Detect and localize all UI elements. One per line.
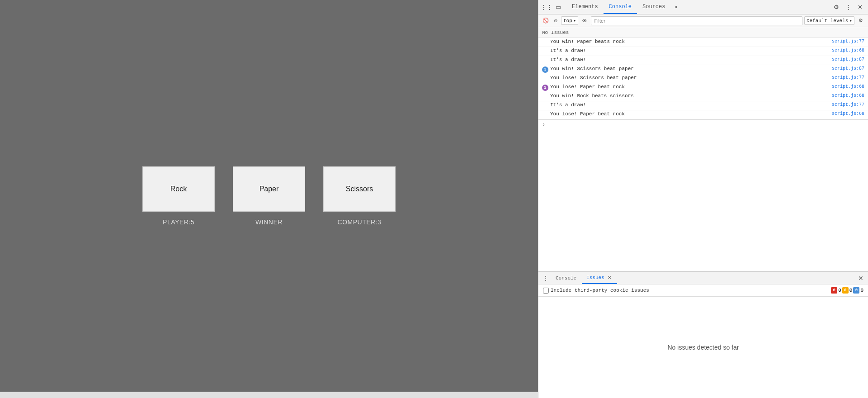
log-badge-empty: [542, 112, 548, 118]
third-party-cookie-checkbox-label[interactable]: Include third-party cookie issues: [543, 288, 649, 294]
tab-sources[interactable]: Sources: [637, 0, 670, 14]
log-link[interactable]: script.js:77: [832, 39, 864, 44]
paper-card[interactable]: Paper: [233, 166, 305, 212]
log-badge-empty: [542, 76, 548, 82]
bottom-tab-issues[interactable]: Issues ✕: [582, 272, 617, 284]
log-entry: You lose! Paper beat rockscript.js:68: [538, 110, 868, 119]
log-text: It's a draw!: [550, 57, 830, 62]
tab-more[interactable]: »: [670, 0, 681, 14]
paper-card-wrapper: Paper WINNER: [233, 166, 305, 226]
log-entry: You win! Paper beats rockscript.js:77: [538, 38, 868, 47]
winner-label: WINNER: [255, 218, 283, 226]
default-levels-arrow: ▾: [849, 18, 852, 24]
log-link[interactable]: script.js:68: [832, 48, 864, 53]
console-input[interactable]: [548, 122, 864, 128]
log-text: You win! Paper beats rock: [550, 39, 830, 44]
log-entry: It's a draw!script.js:68: [538, 47, 868, 56]
bottom-tab-console[interactable]: Console: [551, 272, 581, 284]
blue-count-text: 0: [860, 288, 863, 293]
prompt-chevron-icon: ›: [542, 122, 545, 128]
red-count-text: 0: [838, 288, 841, 293]
rock-card-wrapper: Rock PLAYER:5: [142, 166, 215, 226]
log-link[interactable]: script.js:77: [832, 75, 864, 80]
close-bottom-panel-icon[interactable]: ✕: [856, 274, 865, 283]
cards-container: Rock PLAYER:5 Paper WINNER Scissors COMP…: [142, 166, 396, 226]
console-log-area[interactable]: You win! Paper beats rockscript.js:77It'…: [538, 38, 868, 271]
log-text: You lose! Paper beat rock: [550, 84, 830, 90]
log-entry: 3You win! Scissors beat paperscript.js:8…: [538, 65, 868, 74]
log-badge-empty: [542, 48, 548, 55]
scissors-label: Scissors: [346, 185, 373, 193]
settings-gear-icon[interactable]: ⚙: [831, 2, 842, 13]
log-entry: You lose! Scissors beat paperscript.js:7…: [538, 74, 868, 83]
log-link[interactable]: script.js:68: [832, 111, 864, 116]
console-input-row: ›: [538, 119, 868, 129]
log-link[interactable]: script.js:87: [832, 57, 864, 62]
yellow-count-badge: 0: [842, 287, 849, 294]
log-badge: 2: [542, 85, 548, 91]
log-text: It's a draw!: [550, 48, 830, 53]
bottom-panel: ⋮ Console Issues ✕ ✕ Include third-party…: [538, 271, 868, 398]
issues-count-container: 0 0 0 0 0 0: [831, 287, 863, 294]
devtools-top-toolbar: ⋮⋮ ▭ Elements Console Sources » ⚙ ⋮ ✕: [538, 0, 868, 14]
rock-card[interactable]: Rock: [142, 166, 215, 212]
log-text: You win! Rock beats scissors: [550, 93, 830, 99]
log-entries-container: You win! Paper beats rockscript.js:77It'…: [538, 38, 868, 119]
top-dropdown[interactable]: top ▾: [561, 16, 578, 25]
game-area: Rock PLAYER:5 Paper WINNER Scissors COMP…: [0, 0, 538, 398]
bottom-more-icon[interactable]: ⋮: [541, 274, 550, 283]
scissors-card-wrapper: Scissors COMPUTER:3: [323, 166, 396, 226]
third-party-cookie-checkbox[interactable]: [543, 288, 549, 294]
eye-icon[interactable]: 👁: [580, 16, 589, 25]
log-badge-empty: [542, 103, 548, 109]
no-issues-detected-text: No issues detected so far: [668, 344, 739, 351]
dock-icon[interactable]: ⋮⋮: [541, 2, 552, 13]
horizontal-scrollbar[interactable]: [0, 392, 538, 398]
no-issues-banner: No Issues: [538, 27, 868, 38]
stop-recording-icon[interactable]: ⊘: [552, 17, 559, 24]
no-issues-text: No Issues: [542, 30, 569, 35]
log-entry: It's a draw!script.js:77: [538, 101, 868, 110]
device-toolbar-icon[interactable]: ▭: [553, 2, 564, 13]
scissors-card[interactable]: Scissors: [323, 166, 396, 212]
issues-main-content: No issues detected so far: [538, 297, 868, 398]
devtools-panel: ⋮⋮ ▭ Elements Console Sources » ⚙ ⋮ ✕ 🚫 …: [538, 0, 868, 398]
bottom-tabs-bar: ⋮ Console Issues ✕ ✕: [538, 272, 868, 284]
console-settings-gear-icon[interactable]: ⚙: [856, 16, 865, 25]
yellow-count-text: 0: [849, 288, 853, 293]
issues-toolbar: Include third-party cookie issues 0 0 0 …: [538, 284, 868, 297]
default-levels-label: Default levels: [807, 18, 848, 24]
log-entry: You win! Rock beats scissorsscript.js:68: [538, 92, 868, 101]
close-devtools-icon[interactable]: ✕: [854, 2, 865, 13]
close-issues-tab-icon[interactable]: ✕: [606, 275, 613, 281]
devtools-tabs: Elements Console Sources »: [566, 0, 681, 14]
clear-console-icon[interactable]: 🚫: [541, 16, 550, 25]
computer-score-label: COMPUTER:3: [338, 218, 382, 226]
bottom-console-label: Console: [556, 275, 576, 281]
log-entry: It's a draw!script.js:87: [538, 56, 868, 65]
top-dropdown-arrow: ▾: [573, 18, 576, 24]
filter-input[interactable]: [591, 16, 802, 25]
log-text: You win! Scissors beat paper: [550, 66, 830, 71]
log-badge-empty: [542, 57, 548, 64]
third-party-cookie-label: Include third-party cookie issues: [551, 288, 649, 293]
log-text: You lose! Scissors beat paper: [550, 75, 830, 81]
bottom-issues-label: Issues: [586, 275, 604, 280]
more-options-icon[interactable]: ⋮: [843, 2, 854, 13]
tab-elements[interactable]: Elements: [566, 0, 604, 14]
log-link[interactable]: script.js:77: [832, 102, 864, 107]
log-badge: 3: [542, 66, 548, 73]
blue-count-badge: 0: [853, 287, 859, 294]
tab-console[interactable]: Console: [604, 0, 637, 14]
log-link[interactable]: script.js:68: [832, 84, 864, 89]
console-toolbar: 🚫 ⊘ top ▾ 👁 Default levels ▾ ⚙: [538, 14, 868, 27]
log-link[interactable]: script.js:68: [832, 93, 864, 98]
log-badge-empty: [542, 94, 548, 100]
top-label: top: [563, 18, 572, 24]
rock-label: Rock: [170, 185, 187, 193]
player-score-label: PLAYER:5: [163, 218, 194, 226]
log-link[interactable]: script.js:87: [832, 66, 864, 71]
log-text: You lose! Paper beat rock: [550, 111, 830, 117]
red-count-badge: 0: [831, 287, 837, 294]
default-levels-dropdown[interactable]: Default levels ▾: [804, 16, 854, 25]
